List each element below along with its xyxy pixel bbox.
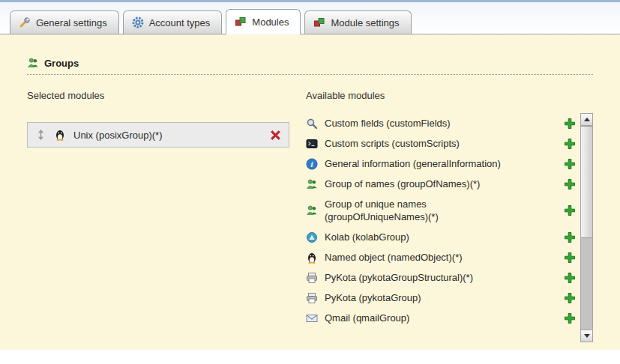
- available-module-row: PyKota (pykotaGroupStructural)(*): [306, 267, 576, 288]
- available-module-label: Custom fields (customFields): [325, 117, 451, 130]
- available-module-row: Named object (namedObject)(*): [306, 247, 576, 267]
- available-module-row: Group of names (groupOfNames)(*): [306, 174, 576, 194]
- available-module-label: PyKota (pykotaGroup): [325, 291, 421, 304]
- magnifier-icon: [306, 118, 318, 130]
- blocks-icon: [313, 16, 325, 28]
- available-module-label: Named object (namedObject)(*): [325, 251, 463, 264]
- arrow-down-icon: [584, 334, 590, 338]
- tab-account-types[interactable]: Account types: [123, 10, 223, 34]
- arrow-up-icon: [584, 118, 590, 121]
- available-modules-scrollbar[interactable]: [580, 113, 593, 342]
- printer-icon: [306, 272, 318, 284]
- section-header: Groups: [27, 57, 593, 75]
- available-modules-heading: Available modules: [306, 90, 593, 101]
- available-modules-listbox: Custom fields (customFields): [306, 113, 593, 342]
- available-module-row: Custom scripts (customScripts): [306, 133, 576, 154]
- add-module-button[interactable]: [564, 252, 576, 264]
- available-module-label: Kolab (kolabGroup): [325, 231, 409, 243]
- tab-label: General settings: [36, 17, 107, 28]
- available-modules-list: Custom fields (customFields): [306, 113, 576, 328]
- add-module-button[interactable]: [564, 292, 576, 304]
- scrollbar-up-button[interactable]: [581, 114, 592, 126]
- available-module-label: PyKota (pykotaGroupStructural)(*): [325, 271, 473, 284]
- add-module-button[interactable]: [564, 204, 576, 216]
- page-title: Groups: [44, 58, 79, 69]
- gear-icon: [132, 16, 144, 28]
- module-columns: Selected modules: [27, 90, 593, 342]
- info-icon: i: [306, 158, 318, 170]
- printer-icon: [306, 292, 318, 304]
- script-icon: [306, 138, 318, 150]
- available-module-row: Kolab (kolabGroup): [306, 227, 576, 247]
- available-module-label: General information (generalInformation): [325, 157, 501, 170]
- group-icon: [27, 57, 39, 69]
- add-module-button[interactable]: [564, 138, 576, 150]
- available-module-row: Qmail (qmailGroup): [306, 308, 576, 328]
- tab-label: Modules: [252, 16, 289, 28]
- available-modules-column: Available modules Custom fields (customF…: [306, 90, 593, 342]
- kolab-icon: [306, 231, 318, 243]
- selected-modules-heading: Selected modules: [27, 90, 289, 101]
- available-module-row: Group of unique names (groupOfUniqueName…: [306, 194, 576, 227]
- tab-label: Account types: [149, 17, 211, 28]
- available-module-label: Custom scripts (customScripts): [325, 137, 460, 150]
- wrench-icon: [19, 16, 31, 28]
- tab-modules[interactable]: Modules: [226, 9, 301, 34]
- available-module-row: i General information (generalInformatio…: [306, 154, 576, 174]
- mail-icon: [306, 312, 318, 324]
- selected-module-label: Unix (posixGroup)(*): [73, 130, 162, 141]
- drag-handle-icon[interactable]: [35, 128, 46, 142]
- add-module-button[interactable]: [564, 158, 576, 170]
- blocks-icon: [235, 16, 247, 28]
- available-module-label: Qmail (qmailGroup): [325, 312, 409, 324]
- available-module-label: Group of names (groupOfNames)(*): [325, 178, 480, 190]
- tab-bar: General settings Account types Modules: [0, 0, 620, 34]
- add-module-button[interactable]: [564, 312, 576, 324]
- penguin-icon: [54, 129, 66, 141]
- tab-module-settings[interactable]: Module settings: [304, 10, 411, 34]
- available-module-row: PyKota (pykotaGroup): [306, 288, 576, 308]
- scrollbar-thumb[interactable]: [581, 126, 592, 238]
- selected-module-row: Unix (posixGroup)(*): [27, 122, 289, 148]
- selected-modules-column: Selected modules: [27, 90, 289, 342]
- tab-label: Module settings: [331, 17, 399, 28]
- available-module-label: Group of unique names (groupOfUniqueName…: [325, 198, 521, 223]
- add-module-button[interactable]: [564, 272, 576, 284]
- modules-panel: Groups Selected modules: [0, 34, 620, 350]
- add-module-button[interactable]: [564, 178, 576, 190]
- remove-module-button[interactable]: [270, 130, 281, 141]
- scrollbar-down-button[interactable]: [581, 330, 592, 342]
- add-module-button[interactable]: [564, 231, 576, 243]
- penguin-icon: [306, 252, 318, 264]
- available-module-row: Custom fields (customFields): [306, 113, 576, 133]
- add-module-button[interactable]: [564, 118, 576, 130]
- group-icon: [306, 178, 318, 190]
- group-icon: [306, 204, 318, 216]
- svg-text:i: i: [311, 160, 313, 169]
- tab-general-settings[interactable]: General settings: [10, 10, 119, 34]
